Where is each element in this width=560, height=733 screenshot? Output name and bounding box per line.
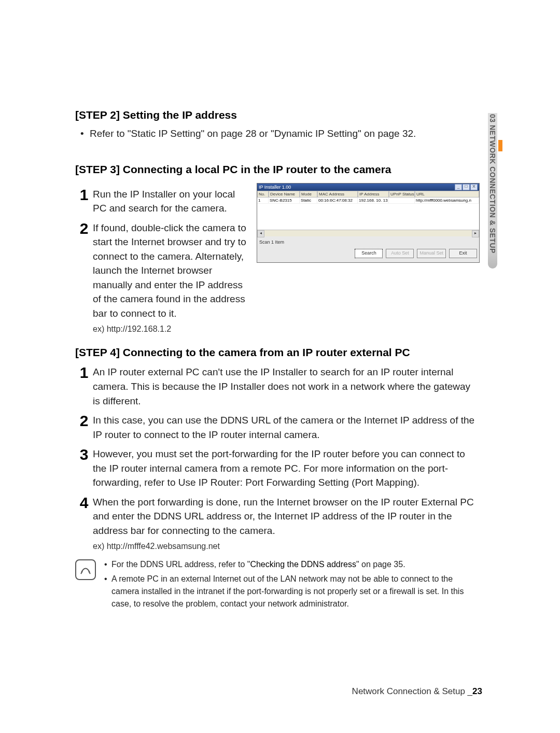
minimize-icon[interactable]: _ xyxy=(455,184,462,190)
ip-installer-screenshot: IP Installer 1.00 _ □ X No. Device Name … xyxy=(257,183,480,263)
auto-set-button[interactable]: Auto Set xyxy=(386,249,414,258)
step3-example: ex) http://192.168.1.2 xyxy=(93,325,247,334)
close-icon[interactable]: X xyxy=(470,184,478,190)
note-icon xyxy=(75,559,96,580)
step3-num-1: 1 xyxy=(75,187,93,203)
manual-set-button[interactable]: Manual Set xyxy=(417,249,446,258)
step3-item-1: Run the IP Installer on your local PC an… xyxy=(93,187,247,216)
step4-num-2: 2 xyxy=(75,413,93,429)
section-tab-label: 03 NETWORK CONNECTION & SETUP xyxy=(488,114,497,253)
maximize-icon[interactable]: □ xyxy=(463,184,470,190)
section-tab: 03 NETWORK CONNECTION & SETUP xyxy=(482,113,503,269)
step4-title: [STEP 4] Connecting to the camera from a… xyxy=(75,346,480,359)
step2-bullet: Refer to "Static IP Setting" on page 28 … xyxy=(90,126,480,142)
step3-title: [STEP 3] Connecting a local PC in the IP… xyxy=(75,163,480,176)
horizontal-scrollbar[interactable]: ◂ ▸ xyxy=(257,230,479,236)
step4-num-3: 3 xyxy=(75,447,93,462)
step4-example: ex) http://mfffe42.websamsung.net xyxy=(93,542,480,551)
step4-num-4: 4 xyxy=(75,495,93,511)
window-controls: _ □ X xyxy=(455,184,478,190)
step2-title: [STEP 2] Setting the IP address xyxy=(75,109,480,121)
table-row[interactable]: 1 SNC-B2315 Static 00:16:6C:47:08:32 192… xyxy=(257,198,479,203)
scan-status: Scan 1 Item xyxy=(257,236,479,246)
search-button[interactable]: Search xyxy=(355,249,383,258)
step4-num-1: 1 xyxy=(75,365,93,380)
note-line-1: For the DDNS URL address, refer to "Chec… xyxy=(104,558,480,571)
note-line-2: A remote PC in an external Internet out … xyxy=(104,573,480,610)
scroll-left-icon: ◂ xyxy=(257,230,264,237)
step4-item-4: When the port forwarding is done, run th… xyxy=(93,495,480,538)
step4-item-3: However, you must set the port-forwardin… xyxy=(93,447,480,490)
table-header: No. Device Name Mode MAC Address IP Addr… xyxy=(257,191,479,198)
step4-item-2: In this case, you can use the DDNS URL o… xyxy=(93,413,480,442)
page-footer: Network Connection & Setup _23 xyxy=(352,686,482,697)
window-title: IP Installer 1.00 xyxy=(259,185,291,190)
step3-item-2: If found, double-click the camera to sta… xyxy=(93,221,247,321)
step3-num-2: 2 xyxy=(75,221,93,236)
exit-button[interactable]: Exit xyxy=(449,249,477,258)
step4-item-1: An IP router external PC can't use the I… xyxy=(93,365,480,408)
scroll-right-icon: ▸ xyxy=(472,230,479,237)
